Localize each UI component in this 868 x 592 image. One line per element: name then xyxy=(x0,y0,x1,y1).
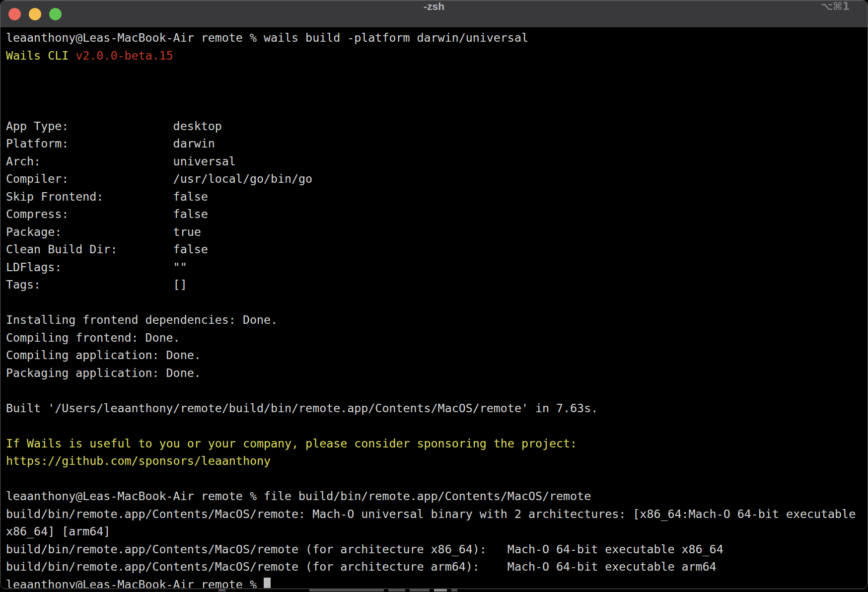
terminal-line: Built '/Users/leaanthony/remote/build/bi… xyxy=(6,401,598,415)
terminal-line: Installing frontend dependencies: Done. xyxy=(6,313,278,326)
terminal-output: leaanthony@Leas-MacBook-Air remote % wai… xyxy=(6,29,864,588)
terminal-line: Platform: darwin xyxy=(6,137,215,150)
terminal-line: https://github.com/sponsors/leaanthony xyxy=(6,454,271,467)
terminal-line: Clean Build Dir: false xyxy=(6,242,208,256)
terminal-line: Packaging application: Done. xyxy=(6,366,201,379)
terminal-line: leaanthony@Leas-MacBook-Air remote % wai… xyxy=(6,31,528,44)
window-title: -zsh xyxy=(0,0,868,27)
terminal-line: Arch: universal xyxy=(6,154,236,168)
terminal-line: App Type: desktop xyxy=(6,119,222,133)
terminal-line: If Wails is useful to you or your compan… xyxy=(6,437,577,450)
background-window-artifact xyxy=(218,589,477,592)
terminal-line: build/bin/remote.app/Contents/MacOS/remo… xyxy=(6,507,856,520)
terminal-line: leaanthony@Leas-MacBook-Air remote % fil… xyxy=(6,489,591,503)
terminal-line: Skip Frontend: false xyxy=(6,190,208,203)
terminal-line: leaanthony@Leas-MacBook-Air remote % xyxy=(6,578,271,589)
terminal-line: Compiling frontend: Done. xyxy=(6,331,180,344)
terminal-line: Compiling application: Done. xyxy=(6,348,201,362)
terminal-line: Package: true xyxy=(6,225,201,238)
desktop-screen: -zsh ⌥⌘1 leaanthony@Leas-MacBook-Air rem… xyxy=(0,0,868,592)
terminal-screen[interactable]: leaanthony@Leas-MacBook-Air remote % wai… xyxy=(0,28,868,588)
terminal-line: Compress: false xyxy=(6,207,208,221)
terminal-line: Wails CLI v2.0.0-beta.15 xyxy=(6,49,173,62)
terminal-cursor xyxy=(264,578,271,589)
terminal-line: build/bin/remote.app/Contents/MacOS/remo… xyxy=(6,542,723,556)
terminal-line: x86_64] [arm64] xyxy=(6,524,110,538)
tab-shortcut-badge: ⌥⌘1 xyxy=(821,0,850,27)
terminal-window: -zsh ⌥⌘1 leaanthony@Leas-MacBook-Air rem… xyxy=(0,0,868,589)
terminal-line: LDFlags: "" xyxy=(6,260,187,274)
titlebar[interactable]: -zsh ⌥⌘1 xyxy=(0,0,868,28)
terminal-line: build/bin/remote.app/Contents/MacOS/remo… xyxy=(6,560,717,573)
terminal-line: Tags: [] xyxy=(6,278,187,291)
terminal-line: Compiler: /usr/local/go/bin/go xyxy=(6,172,312,185)
